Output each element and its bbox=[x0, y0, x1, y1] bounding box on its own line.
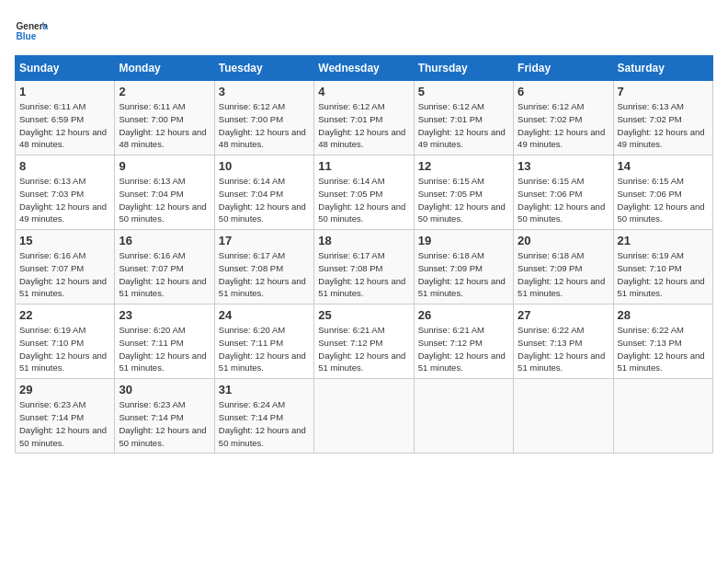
calendar-day-28: 28 Sunrise: 6:22 AMSunset: 7:13 PMDaylig… bbox=[613, 304, 712, 379]
day-number: 25 bbox=[318, 308, 409, 322]
calendar-day-16: 16 Sunrise: 6:16 AMSunset: 7:07 PMDaylig… bbox=[115, 230, 214, 304]
calendar-week-5: 29 Sunrise: 6:23 AMSunset: 7:14 PMDaylig… bbox=[16, 379, 713, 454]
calendar-day-31: 31 Sunrise: 6:24 AMSunset: 7:14 PMDaylig… bbox=[214, 379, 313, 454]
column-header-monday: Monday bbox=[115, 56, 214, 81]
day-detail: Sunrise: 6:22 AMSunset: 7:13 PMDaylight:… bbox=[518, 325, 605, 373]
calendar-day-17: 17 Sunrise: 6:17 AMSunset: 7:08 PMDaylig… bbox=[214, 230, 313, 304]
column-header-tuesday: Tuesday bbox=[214, 56, 313, 81]
calendar-day-14: 14 Sunrise: 6:15 AMSunset: 7:06 PMDaylig… bbox=[613, 155, 712, 230]
day-detail: Sunrise: 6:12 AMSunset: 7:01 PMDaylight:… bbox=[418, 101, 506, 149]
day-detail: Sunrise: 6:23 AMSunset: 7:14 PMDaylight:… bbox=[19, 399, 107, 447]
day-number: 7 bbox=[618, 85, 709, 98]
day-detail: Sunrise: 6:22 AMSunset: 7:13 PMDaylight:… bbox=[618, 325, 705, 373]
calendar-week-1: 1 Sunrise: 6:11 AMSunset: 6:59 PMDayligh… bbox=[16, 81, 713, 155]
calendar-day-25: 25 Sunrise: 6:21 AMSunset: 7:12 PMDaylig… bbox=[314, 304, 414, 379]
day-detail: Sunrise: 6:14 AMSunset: 7:04 PMDaylight:… bbox=[219, 176, 306, 224]
column-header-saturday: Saturday bbox=[613, 56, 712, 81]
calendar-day-1: 1 Sunrise: 6:11 AMSunset: 6:59 PMDayligh… bbox=[16, 81, 115, 155]
day-detail: Sunrise: 6:18 AMSunset: 7:09 PMDaylight:… bbox=[518, 250, 605, 298]
day-detail: Sunrise: 6:11 AMSunset: 6:59 PMDaylight:… bbox=[19, 101, 107, 149]
day-number: 21 bbox=[618, 234, 709, 247]
calendar-day-21: 21 Sunrise: 6:19 AMSunset: 7:10 PMDaylig… bbox=[613, 230, 712, 304]
header: General Blue bbox=[15, 15, 713, 48]
day-number: 20 bbox=[518, 234, 609, 247]
day-number: 19 bbox=[418, 234, 509, 247]
day-number: 13 bbox=[518, 159, 609, 173]
calendar-day-5: 5 Sunrise: 6:12 AMSunset: 7:01 PMDayligh… bbox=[414, 81, 513, 155]
calendar-day-27: 27 Sunrise: 6:22 AMSunset: 7:13 PMDaylig… bbox=[514, 304, 613, 379]
calendar-day-12: 12 Sunrise: 6:15 AMSunset: 7:05 PMDaylig… bbox=[414, 155, 513, 230]
day-detail: Sunrise: 6:16 AMSunset: 7:07 PMDaylight:… bbox=[19, 250, 107, 298]
day-number: 27 bbox=[518, 308, 609, 322]
calendar-day-6: 6 Sunrise: 6:12 AMSunset: 7:02 PMDayligh… bbox=[514, 81, 613, 155]
day-detail: Sunrise: 6:15 AMSunset: 7:06 PMDaylight:… bbox=[618, 176, 705, 224]
calendar-day-7: 7 Sunrise: 6:13 AMSunset: 7:02 PMDayligh… bbox=[613, 81, 712, 155]
day-number: 4 bbox=[318, 85, 409, 98]
day-number: 1 bbox=[19, 85, 110, 98]
day-number: 5 bbox=[418, 85, 509, 98]
calendar-day-3: 3 Sunrise: 6:12 AMSunset: 7:00 PMDayligh… bbox=[214, 81, 313, 155]
day-number: 16 bbox=[119, 234, 210, 247]
day-detail: Sunrise: 6:19 AMSunset: 7:10 PMDaylight:… bbox=[19, 325, 107, 373]
empty-cell bbox=[414, 379, 513, 454]
day-detail: Sunrise: 6:17 AMSunset: 7:08 PMDaylight:… bbox=[318, 250, 405, 298]
svg-text:Blue: Blue bbox=[16, 31, 36, 41]
day-number: 15 bbox=[19, 234, 110, 247]
calendar-day-29: 29 Sunrise: 6:23 AMSunset: 7:14 PMDaylig… bbox=[16, 379, 115, 454]
day-number: 29 bbox=[19, 383, 110, 396]
column-header-wednesday: Wednesday bbox=[314, 56, 414, 81]
empty-cell bbox=[514, 379, 613, 454]
day-number: 18 bbox=[318, 234, 409, 247]
calendar-day-30: 30 Sunrise: 6:23 AMSunset: 7:14 PMDaylig… bbox=[115, 379, 214, 454]
empty-cell bbox=[314, 379, 414, 454]
day-detail: Sunrise: 6:12 AMSunset: 7:00 PMDaylight:… bbox=[219, 101, 306, 149]
calendar-day-24: 24 Sunrise: 6:20 AMSunset: 7:11 PMDaylig… bbox=[214, 304, 313, 379]
column-header-sunday: Sunday bbox=[16, 56, 115, 81]
day-number: 17 bbox=[219, 234, 310, 247]
day-detail: Sunrise: 6:12 AMSunset: 7:02 PMDaylight:… bbox=[518, 101, 605, 149]
calendar-day-15: 15 Sunrise: 6:16 AMSunset: 7:07 PMDaylig… bbox=[16, 230, 115, 304]
calendar-day-13: 13 Sunrise: 6:15 AMSunset: 7:06 PMDaylig… bbox=[514, 155, 613, 230]
calendar-day-22: 22 Sunrise: 6:19 AMSunset: 7:10 PMDaylig… bbox=[16, 304, 115, 379]
day-detail: Sunrise: 6:12 AMSunset: 7:01 PMDaylight:… bbox=[318, 101, 405, 149]
calendar-week-2: 8 Sunrise: 6:13 AMSunset: 7:03 PMDayligh… bbox=[16, 155, 713, 230]
day-detail: Sunrise: 6:11 AMSunset: 7:00 PMDaylight:… bbox=[119, 101, 206, 149]
day-detail: Sunrise: 6:15 AMSunset: 7:05 PMDaylight:… bbox=[418, 176, 506, 224]
day-number: 3 bbox=[219, 85, 310, 98]
day-detail: Sunrise: 6:13 AMSunset: 7:02 PMDaylight:… bbox=[618, 101, 705, 149]
column-header-friday: Friday bbox=[514, 56, 613, 81]
day-number: 11 bbox=[318, 159, 409, 173]
calendar-table: SundayMondayTuesdayWednesdayThursdayFrid… bbox=[15, 55, 713, 454]
day-detail: Sunrise: 6:24 AMSunset: 7:14 PMDaylight:… bbox=[219, 399, 306, 447]
day-number: 23 bbox=[119, 308, 210, 322]
day-detail: Sunrise: 6:13 AMSunset: 7:04 PMDaylight:… bbox=[119, 176, 206, 224]
day-number: 2 bbox=[119, 85, 210, 98]
calendar-day-26: 26 Sunrise: 6:21 AMSunset: 7:12 PMDaylig… bbox=[414, 304, 513, 379]
calendar-day-8: 8 Sunrise: 6:13 AMSunset: 7:03 PMDayligh… bbox=[16, 155, 115, 230]
logo: General Blue bbox=[15, 15, 48, 48]
column-header-thursday: Thursday bbox=[414, 56, 513, 81]
calendar-day-11: 11 Sunrise: 6:14 AMSunset: 7:05 PMDaylig… bbox=[314, 155, 414, 230]
day-detail: Sunrise: 6:14 AMSunset: 7:05 PMDaylight:… bbox=[318, 176, 405, 224]
day-number: 6 bbox=[518, 85, 609, 98]
calendar-day-23: 23 Sunrise: 6:20 AMSunset: 7:11 PMDaylig… bbox=[115, 304, 214, 379]
calendar-header: SundayMondayTuesdayWednesdayThursdayFrid… bbox=[16, 56, 713, 81]
calendar-day-2: 2 Sunrise: 6:11 AMSunset: 7:00 PMDayligh… bbox=[115, 81, 214, 155]
day-number: 12 bbox=[418, 159, 509, 173]
day-detail: Sunrise: 6:15 AMSunset: 7:06 PMDaylight:… bbox=[518, 176, 605, 224]
day-number: 28 bbox=[618, 308, 709, 322]
day-number: 14 bbox=[618, 159, 709, 173]
logo-icon: General Blue bbox=[15, 15, 48, 48]
day-detail: Sunrise: 6:21 AMSunset: 7:12 PMDaylight:… bbox=[418, 325, 506, 373]
calendar-week-3: 15 Sunrise: 6:16 AMSunset: 7:07 PMDaylig… bbox=[16, 230, 713, 304]
day-number: 26 bbox=[418, 308, 509, 322]
day-detail: Sunrise: 6:19 AMSunset: 7:10 PMDaylight:… bbox=[618, 250, 705, 298]
day-number: 30 bbox=[119, 383, 210, 396]
calendar-day-10: 10 Sunrise: 6:14 AMSunset: 7:04 PMDaylig… bbox=[214, 155, 313, 230]
day-number: 9 bbox=[119, 159, 210, 173]
day-detail: Sunrise: 6:23 AMSunset: 7:14 PMDaylight:… bbox=[119, 399, 206, 447]
day-number: 8 bbox=[19, 159, 110, 173]
calendar-week-4: 22 Sunrise: 6:19 AMSunset: 7:10 PMDaylig… bbox=[16, 304, 713, 379]
day-detail: Sunrise: 6:21 AMSunset: 7:12 PMDaylight:… bbox=[318, 325, 405, 373]
day-number: 31 bbox=[219, 383, 310, 396]
